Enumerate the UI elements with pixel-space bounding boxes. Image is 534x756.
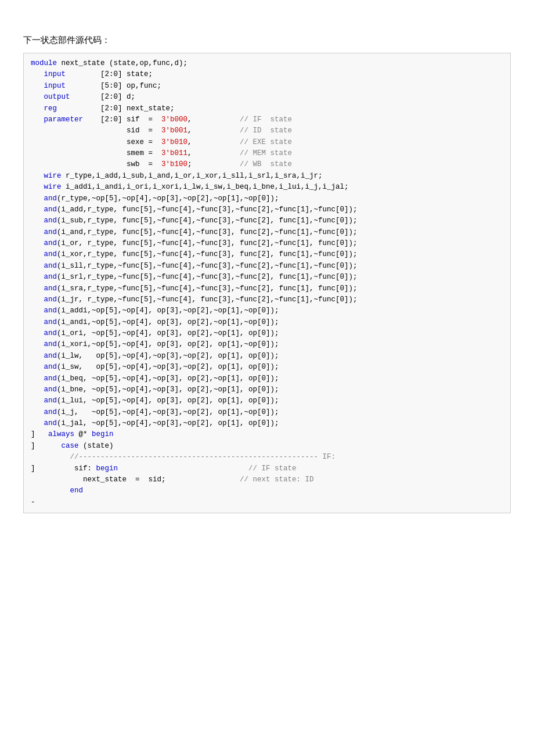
page-title: 下一状态部件源代码： (23, 35, 511, 46)
code-block: module next_state (state,op,func,d); inp… (23, 53, 511, 513)
